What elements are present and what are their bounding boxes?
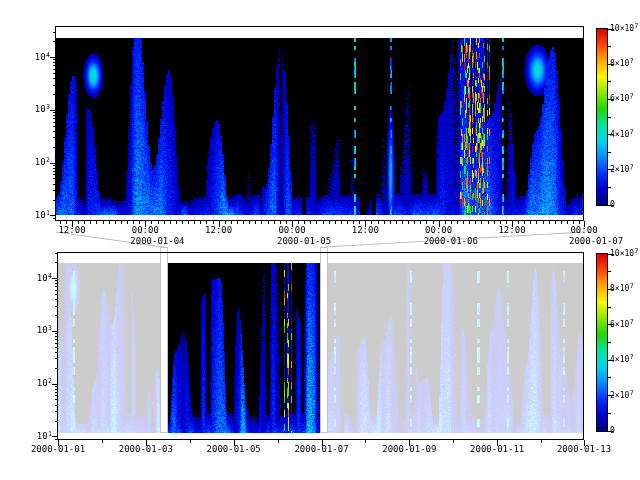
y-tick-minor	[55, 333, 57, 334]
y-tick-minor	[55, 306, 57, 307]
y-tick-minor	[55, 389, 57, 390]
y-tick-minor	[55, 347, 57, 348]
exponent: 2	[48, 377, 52, 385]
y-tick-minor	[55, 395, 57, 396]
y-tick-major	[52, 436, 57, 437]
y-tick-minor	[55, 358, 57, 359]
x-tick-minor	[453, 440, 454, 443]
x-tick-date-label: 2000-01-13	[553, 444, 615, 454]
y-tick-minor	[55, 299, 57, 300]
y-tick-minor	[55, 405, 57, 406]
x-tick-date-label: 2000-01-03	[115, 444, 177, 454]
y-tick-minor	[55, 339, 57, 340]
exponent: 1	[48, 430, 52, 438]
x-tick-minor	[365, 440, 366, 443]
y-tick-minor	[55, 283, 57, 284]
exponent: 3	[48, 324, 52, 332]
x-tick-minor	[190, 440, 191, 443]
y-tick-minor	[55, 262, 57, 263]
x-tick-date-label: 2000-01-11	[466, 444, 528, 454]
colorbar-tick-minor	[608, 377, 611, 378]
y-tick-major	[52, 331, 57, 332]
y-tick-minor	[55, 421, 57, 422]
overview-panel: 1041031021012000-01-012000-01-032000-01-…	[0, 0, 640, 480]
y-tick-minor	[55, 399, 57, 400]
y-tick-major	[52, 278, 57, 279]
y-tick-minor	[55, 280, 57, 281]
y-tick-label: 101	[30, 431, 52, 442]
y-tick-minor	[55, 411, 57, 412]
y-tick-minor	[55, 294, 57, 295]
colorbar-tick-label: 6×107	[610, 320, 634, 330]
x-tick-minor	[102, 440, 103, 443]
y-tick-major	[52, 384, 57, 385]
y-tick-minor	[55, 368, 57, 369]
y-tick-minor	[55, 352, 57, 353]
figure: 10410310210112:0000:002000-01-0412:0000:…	[0, 0, 640, 480]
y-tick-minor	[55, 290, 57, 291]
y-tick-minor	[55, 315, 57, 316]
colorbar-tick-label: 4×107	[610, 355, 634, 365]
colorbar-tick-minor	[608, 271, 611, 272]
colorbar-tick-minor	[608, 342, 611, 343]
x-tick-minor	[541, 440, 542, 443]
y-tick-label: 102	[30, 378, 52, 389]
exponent: 7	[630, 389, 634, 397]
y-tick-minor	[55, 392, 57, 393]
y-tick-minor	[55, 343, 57, 344]
x-tick-date-label: 2000-01-07	[291, 444, 353, 454]
exponent: 7	[630, 318, 634, 326]
x-tick-date-label: 2000-01-01	[27, 444, 89, 454]
exponent: 7	[635, 247, 639, 255]
colorbar-tick-label: 10×107	[610, 249, 639, 259]
y-tick-minor	[55, 286, 57, 287]
overview-colorbar-gradient	[596, 253, 608, 432]
y-tick-minor	[55, 336, 57, 337]
x-tick-date-label: 2000-01-09	[378, 444, 440, 454]
colorbar-tick-minor	[608, 307, 611, 308]
colorbar-tick-label: 8×107	[610, 284, 634, 294]
x-tick-date-label: 2000-01-05	[203, 444, 265, 454]
colorbar-tick-minor	[608, 413, 611, 414]
colorbar-tick-label: 2×107	[610, 391, 634, 401]
x-tick-minor	[278, 440, 279, 443]
overview-plot-frame	[57, 252, 584, 440]
y-tick-minor	[55, 253, 57, 254]
y-tick-label: 104	[30, 273, 52, 284]
y-tick-minor	[55, 439, 57, 440]
y-tick-label: 103	[30, 325, 52, 336]
exponent: 4	[48, 272, 52, 280]
colorbar-tick-label: 0	[610, 426, 615, 435]
y-tick-minor	[55, 386, 57, 387]
exponent: 7	[630, 353, 634, 361]
exponent: 7	[630, 282, 634, 290]
